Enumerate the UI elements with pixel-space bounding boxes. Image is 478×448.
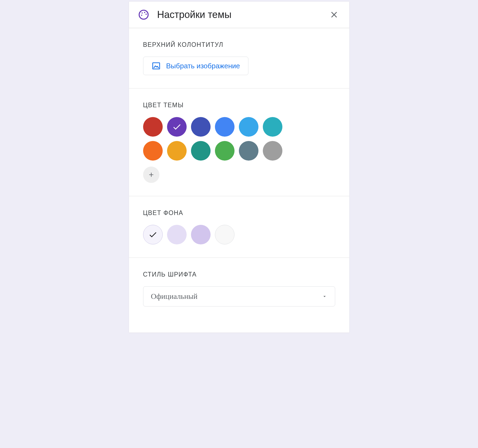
close-button[interactable]: [328, 8, 341, 21]
svg-point-4: [141, 15, 142, 16]
panel-title: Настройки темы: [157, 9, 328, 20]
background-color-label: ЦВЕТ ФОНА: [143, 209, 335, 217]
svg-point-1: [141, 12, 143, 13]
font-style-select[interactable]: Официальный: [143, 286, 335, 306]
background-color-swatches: [143, 225, 335, 244]
theme-color-swatch[interactable]: [143, 117, 163, 137]
theme-color-swatch[interactable]: [239, 117, 258, 137]
theme-color-label: ЦВЕТ ТЕМЫ: [143, 102, 335, 109]
plus-icon: [148, 171, 155, 178]
font-style-selected: Официальный: [151, 292, 198, 301]
theme-color-swatches: [143, 117, 282, 161]
close-icon: [329, 10, 339, 20]
font-style-section: СТИЛЬ ШРИФТА Официальный: [129, 258, 349, 333]
theme-color-swatch[interactable]: [263, 117, 282, 137]
image-icon: [152, 61, 161, 70]
theme-color-swatch[interactable]: [239, 141, 258, 161]
palette-icon: [138, 9, 150, 21]
svg-point-2: [144, 12, 145, 13]
theme-color-swatch[interactable]: [215, 117, 235, 137]
background-color-swatch[interactable]: [215, 225, 235, 244]
theme-color-swatch[interactable]: [191, 141, 211, 161]
background-color-section: ЦВЕТ ФОНА: [129, 196, 349, 258]
font-style-label: СТИЛЬ ШРИФТА: [143, 271, 335, 278]
theme-settings-panel: Настройки темы ВЕРХНИЙ КОЛОНТИТУЛ Выбрат…: [129, 2, 349, 333]
svg-point-0: [139, 10, 148, 19]
header-image-section: ВЕРХНИЙ КОЛОНТИТУЛ Выбрать изображение: [129, 28, 349, 88]
theme-color-section: ЦВЕТ ТЕМЫ: [129, 88, 349, 196]
theme-color-swatch[interactable]: [263, 141, 282, 161]
background-color-swatch[interactable]: [167, 225, 187, 244]
svg-point-3: [145, 14, 146, 15]
theme-color-swatch[interactable]: [143, 141, 163, 161]
chevron-down-icon: [322, 294, 327, 299]
header-image-label: ВЕРХНИЙ КОЛОНТИТУЛ: [143, 41, 335, 48]
theme-color-swatch[interactable]: [191, 117, 211, 137]
theme-color-swatch[interactable]: [167, 117, 187, 137]
theme-color-swatch[interactable]: [167, 141, 187, 161]
background-color-swatch[interactable]: [191, 225, 211, 244]
add-custom-color-button[interactable]: [143, 167, 159, 183]
choose-image-button[interactable]: Выбрать изображение: [143, 57, 249, 75]
panel-header: Настройки темы: [129, 2, 349, 28]
choose-image-label: Выбрать изображение: [166, 62, 240, 70]
theme-color-swatch[interactable]: [215, 141, 235, 161]
background-color-swatch[interactable]: [143, 225, 163, 244]
